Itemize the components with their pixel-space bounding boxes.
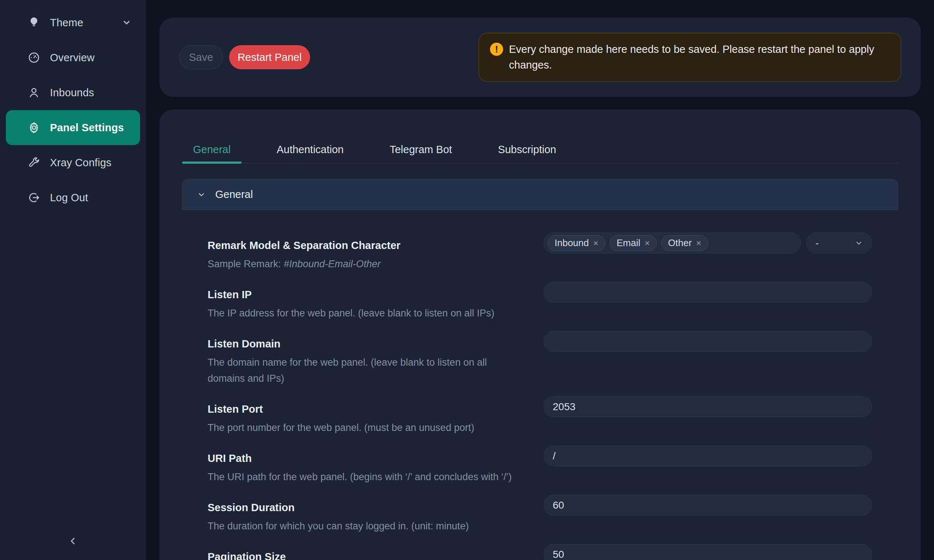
field-help: The IP address for the web panel. (leave… xyxy=(208,305,532,321)
tag-inbound: Inbound × xyxy=(548,235,605,251)
restart-panel-button[interactable]: Restart Panel xyxy=(229,45,310,69)
general-collapse-header[interactable]: General xyxy=(182,179,898,210)
separator-value: - xyxy=(815,237,819,249)
logout-icon xyxy=(27,191,40,204)
tab-subscription[interactable]: Subscription xyxy=(487,142,567,163)
field-label: Listen IP xyxy=(208,287,532,302)
sidebar-item-panel-settings[interactable]: Panel Settings xyxy=(6,110,140,145)
chevron-down-icon xyxy=(197,190,206,199)
field-help: The port number for the web panel. (must… xyxy=(208,420,532,436)
separator-select[interactable]: - xyxy=(806,232,872,253)
field-label: Session Duration xyxy=(208,500,532,515)
general-form: Remark Model & Separation Character Samp… xyxy=(182,210,898,560)
sidebar-item-label: Log Out xyxy=(50,192,88,204)
remove-tag-icon[interactable]: × xyxy=(696,238,701,248)
form-row-listen-ip: Listen IP The IP address for the web pan… xyxy=(182,282,898,321)
remove-tag-icon[interactable]: × xyxy=(593,238,598,248)
sidebar-item-label: Overview xyxy=(50,52,94,64)
remark-model-tags-input[interactable]: Inbound × Email × Other × xyxy=(544,232,801,253)
field-label: Listen Port xyxy=(208,402,532,416)
field-label: Pagination Size xyxy=(208,549,532,560)
save-button[interactable]: Save xyxy=(179,45,223,69)
sidebar-item-inbounds[interactable]: Inbounds xyxy=(6,75,140,110)
restart-warning-alert: ! Every change made here needs to be sav… xyxy=(479,33,901,82)
sidebar-item-xray-configs[interactable]: Xray Configs xyxy=(6,145,140,180)
toolbar-card: Save Restart Panel ! Every change made h… xyxy=(159,17,921,97)
listen-domain-input[interactable] xyxy=(544,331,872,352)
form-row-pagination-size: Pagination Size xyxy=(182,544,898,560)
form-row-uri-path: URI Path The URI path for the web panel.… xyxy=(182,446,898,485)
chevron-left-icon xyxy=(68,535,79,548)
sidebar-item-label: Theme xyxy=(50,17,83,29)
field-label: Listen Domain xyxy=(208,337,532,351)
form-row-remark-model: Remark Model & Separation Character Samp… xyxy=(182,232,898,272)
dashboard-icon xyxy=(27,51,40,64)
listen-port-input[interactable] xyxy=(544,396,872,417)
field-help: Sample Remark: #Inbound-Email-Other xyxy=(208,256,532,272)
tab-general[interactable]: General xyxy=(182,142,242,163)
sidebar-item-log-out[interactable]: Log Out xyxy=(6,180,140,215)
alert-text: Every change made here needs to be saved… xyxy=(509,42,874,73)
form-row-session-duration: Session Duration The duration for which … xyxy=(182,495,898,534)
warning-icon: ! xyxy=(490,43,503,56)
field-label: Remark Model & Separation Character xyxy=(208,238,532,253)
sidebar-collapse-button[interactable] xyxy=(61,530,85,554)
sidebar-item-overview[interactable]: Overview xyxy=(6,40,140,75)
field-label: URI Path xyxy=(208,451,532,466)
session-duration-input[interactable] xyxy=(544,495,872,515)
listen-ip-input[interactable] xyxy=(544,282,872,303)
tab-authentication[interactable]: Authentication xyxy=(266,142,354,163)
pagination-size-input[interactable] xyxy=(544,544,872,560)
user-icon xyxy=(27,86,40,99)
form-row-listen-port: Listen Port The port number for the web … xyxy=(182,396,898,436)
main-content: Save Restart Panel ! Every change made h… xyxy=(146,0,934,560)
tag-other: Other × xyxy=(661,235,708,251)
sidebar: Theme Overview Inbounds xyxy=(0,0,146,560)
chevron-down-icon xyxy=(122,18,131,27)
wrench-icon xyxy=(27,156,40,169)
chevron-down-icon xyxy=(855,239,863,247)
remove-tag-icon[interactable]: × xyxy=(645,238,650,248)
tag-email: Email × xyxy=(610,235,657,251)
collapse-title: General xyxy=(215,188,253,200)
sidebar-item-theme[interactable]: Theme xyxy=(6,5,140,40)
field-help: The URI path for the web panel. (begins … xyxy=(208,469,532,485)
tab-telegram-bot[interactable]: Telegram Bot xyxy=(379,142,463,163)
uri-path-input[interactable] xyxy=(544,446,872,466)
field-help: The duration for which you can stay logg… xyxy=(208,518,532,534)
settings-tabs: General Authentication Telegram Bot Subs… xyxy=(182,142,898,163)
gear-icon xyxy=(27,121,40,134)
form-row-listen-domain: Listen Domain The domain name for the we… xyxy=(182,331,898,386)
field-help: The domain name for the web panel. (leav… xyxy=(208,354,532,386)
lightbulb-icon xyxy=(27,16,40,29)
sidebar-item-label: Inbounds xyxy=(50,87,94,99)
sidebar-item-label: Xray Configs xyxy=(50,157,111,169)
settings-card: General Authentication Telegram Bot Subs… xyxy=(159,109,921,560)
sidebar-item-label: Panel Settings xyxy=(50,122,124,134)
